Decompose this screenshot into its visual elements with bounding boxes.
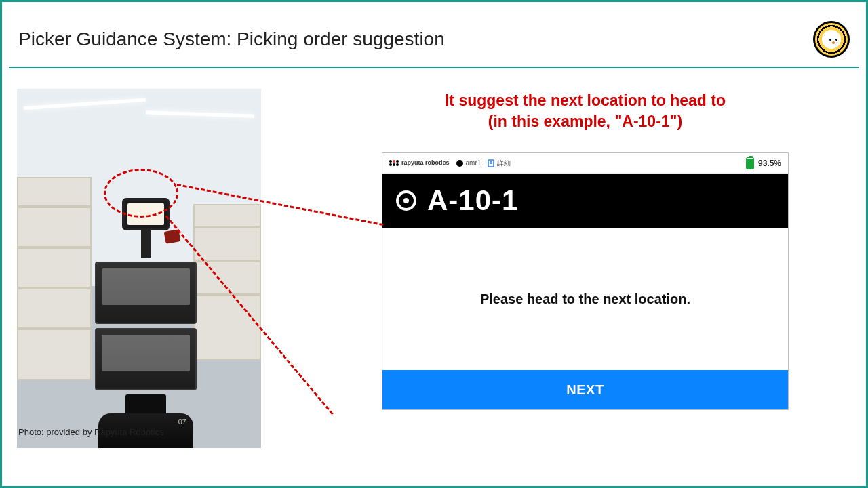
battery-icon [746, 157, 754, 169]
instruction-text: Please head to the next location. [382, 228, 788, 370]
ui-status-bar: rapyuta robotics amr1 詳細 93.5% [382, 153, 788, 174]
rapyuta-logo-icon: rapyuta robotics [389, 160, 450, 166]
tablet-ui: rapyuta robotics amr1 詳細 93.5% A- [382, 152, 789, 410]
annotation-line1: It suggest the next location to head to [445, 92, 726, 109]
dot-icon [456, 160, 463, 167]
amr-badge-label: amr1 [466, 159, 481, 167]
slide-body: 07 It suggest the next location to head … [2, 68, 866, 448]
location-pin-icon [396, 190, 416, 211]
brand-text: rapyuta robotics [401, 160, 450, 166]
amr-photo: 07 [17, 89, 261, 448]
location-code: A-10-1 [427, 184, 518, 217]
detail-badge[interactable]: 詳細 [488, 159, 511, 168]
detail-badge-label: 詳細 [497, 159, 511, 168]
battery-indicator: 93.5% [746, 157, 781, 169]
document-icon [488, 159, 494, 167]
robot-unit-label: 07 [98, 413, 193, 426]
amr-badge: amr1 [456, 159, 481, 167]
slide-title: Picker Guidance System: Picking order su… [18, 28, 445, 50]
tiger-logo-icon [813, 21, 850, 58]
battery-pct: 93.5% [758, 159, 781, 168]
header: Picker Guidance System: Picking order su… [2, 2, 866, 67]
annotation-line2: (in this example, "A-10-1") [488, 113, 682, 130]
annotation-text: It suggest the next location to head to … [382, 90, 789, 132]
location-banner: A-10-1 [382, 174, 788, 228]
photo-credit: Photo: provided by Rapyuta Robotics [18, 427, 164, 437]
slide: Picker Guidance System: Picking order su… [0, 0, 868, 488]
next-button[interactable]: NEXT [382, 370, 788, 409]
callout-ellipse [104, 169, 178, 218]
